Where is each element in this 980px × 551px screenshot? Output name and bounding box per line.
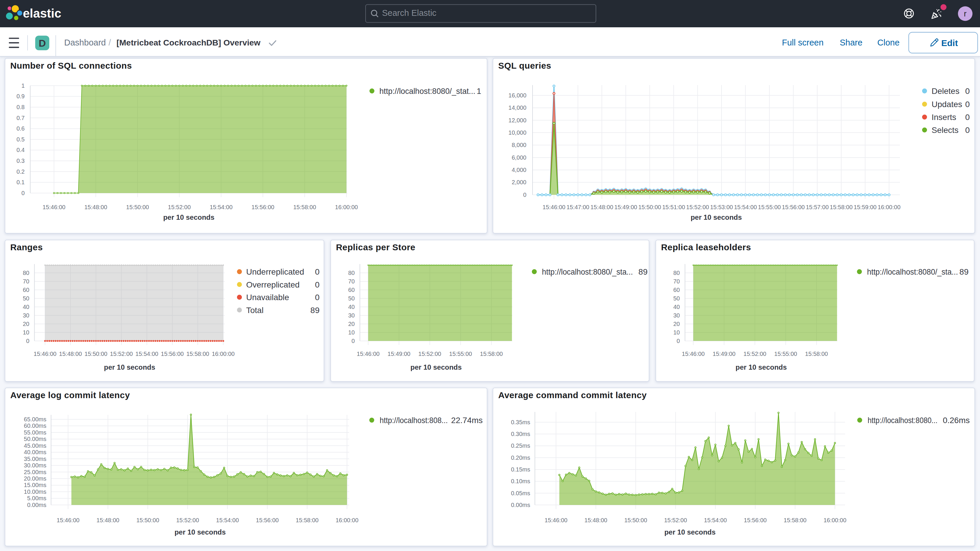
svg-text:Edit: Edit — [941, 38, 958, 48]
svg-text:[Metricbeat CockroachDB] Overv: [Metricbeat CockroachDB] Overview — [116, 38, 261, 47]
svg-text:elastic: elastic — [23, 6, 61, 20]
svg-text:D: D — [39, 38, 46, 49]
svg-text:Full screen: Full screen — [782, 38, 824, 47]
svg-text:Clone: Clone — [877, 38, 900, 47]
svg-text:/: / — [108, 38, 111, 47]
svg-text:Search Elastic: Search Elastic — [382, 8, 436, 18]
svg-text:r: r — [964, 10, 967, 18]
svg-text:Dashboard: Dashboard — [64, 38, 106, 47]
svg-text:Share: Share — [840, 38, 862, 47]
